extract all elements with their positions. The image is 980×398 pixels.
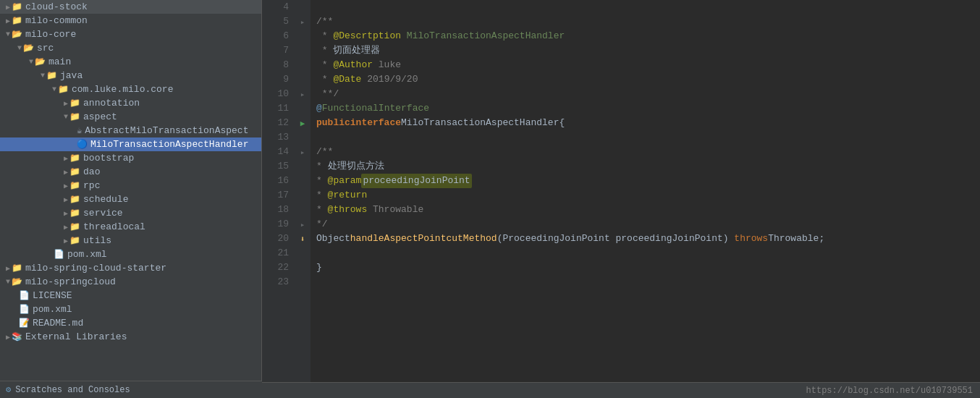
file-tree: ▶ 📁 cloud-stock▶ 📁 milo-common▼ 📂 milo-c… — [0, 0, 262, 398]
tree-item-dao[interactable]: ▶ 📁 dao — [0, 165, 261, 179]
tree-label: annotation — [83, 98, 140, 109]
tree-file-icon: 📂 — [12, 29, 22, 40]
tree-item-milo-springcloud[interactable]: ▼ 📂 milo-springcloud — [0, 275, 261, 289]
tree-item-bootstrap[interactable]: ▶ 📁 bootstrap — [0, 151, 261, 165]
fold-icon[interactable]: ▸ — [300, 90, 305, 99]
tree-arrow: ▶ — [64, 182, 68, 190]
tree-arrow: ▶ — [64, 168, 68, 177]
tree-arrow: ▶ — [64, 209, 68, 218]
tree-item-src[interactable]: ▼ 📂 src — [0, 41, 261, 55]
tree-label: pom.xml — [33, 304, 72, 315]
scratches-consoles[interactable]: ⚙Scratches and Consoles — [0, 381, 262, 398]
code-line — [316, 130, 974, 145]
gutter-cell: ⬇ — [295, 232, 311, 246]
bookmark-icon[interactable]: ⬇ — [300, 234, 305, 244]
gutter-cell — [295, 188, 311, 203]
tree-item-LICENSE[interactable]: 📄 LICENSE — [0, 289, 261, 302]
gutter-cell — [295, 29, 311, 43]
code-line: * @Date 2019/9/20 — [316, 72, 974, 87]
gutter-cell: ▸ — [295, 14, 311, 29]
tree-file-icon: 📁 — [69, 194, 80, 205]
fold-icon[interactable]: ▸ — [300, 17, 305, 27]
tree-label: milo-springcloud — [25, 276, 116, 287]
tree-item-rpc[interactable]: ▶ 📁 rpc — [0, 179, 261, 192]
tree-item-README.md[interactable]: 📝 README.md — [0, 316, 261, 330]
code-line: @FunctionalInterface — [316, 101, 974, 116]
code-line: * 处理切点方法 — [316, 159, 974, 174]
gutter-cell: ▸ — [295, 145, 311, 159]
tree-file-icon: 📄 — [19, 290, 30, 301]
tree-file-icon: 📁 — [69, 153, 80, 164]
tree-arrow: ▼ — [41, 72, 45, 80]
gutter-cell — [295, 0, 311, 14]
tree-arrow: ▶ — [6, 264, 10, 273]
gutter-cell — [295, 159, 311, 174]
code-line: public interface MiloTransactionAspectHa… — [316, 116, 974, 130]
tree-label: utils — [83, 235, 111, 246]
tree-file-icon: 📁 — [69, 235, 80, 246]
tree-file-icon: 📁 — [12, 1, 22, 12]
tree-label: LICENSE — [33, 290, 72, 301]
tree-item-service[interactable]: ▶ 📁 service — [0, 206, 261, 220]
fold-icon[interactable]: ▸ — [300, 148, 305, 157]
tree-item-milo-spring-cloud-starter[interactable]: ▶ 📁 milo-spring-cloud-starter — [0, 261, 261, 275]
tree-item-pom.xml2[interactable]: 📄 pom.xml — [0, 302, 261, 316]
line-number: 10 — [268, 87, 289, 101]
scratches-label: Scratches and Consoles — [15, 385, 130, 395]
code-line: * @Author luke — [316, 58, 974, 72]
tree-item-schedule[interactable]: ▶ 📁 schedule — [0, 192, 261, 206]
tree-file-icon: 📄 — [19, 304, 30, 315]
tree-item-com.luke.milo.core[interactable]: ▼ 📁 com.luke.milo.core — [0, 82, 261, 96]
tree-item-aspect[interactable]: ▼ 📁 aspect — [0, 110, 261, 124]
line-number: 8 — [268, 58, 289, 72]
tree-label: milo-core — [25, 29, 76, 40]
tree-item-main[interactable]: ▼ 📂 main — [0, 55, 261, 69]
gutter-cell — [295, 101, 311, 116]
tree-label: bootstrap — [83, 153, 134, 164]
line-number: 22 — [268, 261, 289, 275]
line-number: 9 — [268, 72, 289, 87]
code-line: Object handleAspectPointcutMethod(Procee… — [316, 232, 974, 246]
line-number: 14 — [268, 145, 289, 159]
tree-arrow: ▶ — [6, 3, 10, 12]
tree-item-utils[interactable]: ▶ 📁 utils — [0, 234, 261, 247]
line-number: 23 — [268, 275, 289, 289]
gutter-cell — [295, 261, 311, 275]
tree-arrow: ▼ — [64, 113, 68, 121]
scratches-icon: ⚙ — [6, 384, 11, 395]
status-bar: https://blog.csdn.net/u010739551 — [262, 382, 980, 398]
line-number: 7 — [268, 43, 289, 58]
tree-file-icon: 📁 — [58, 84, 69, 95]
tree-arrow: ▶ — [64, 99, 68, 108]
tree-item-cloud-stock[interactable]: ▶ 📁 cloud-stock — [0, 0, 261, 14]
tree-item-AbstractMiloTransactionAspect[interactable]: ☕ AbstractMiloTransactionAspect — [0, 124, 261, 137]
line-number: 15 — [268, 159, 289, 174]
fold-icon[interactable]: ▸ — [300, 220, 305, 229]
tree-item-annotation[interactable]: ▶ 📁 annotation — [0, 96, 261, 110]
tree-item-External Libraries[interactable]: ▶ 📚 External Libraries — [0, 330, 261, 344]
tree-label: External Libraries — [25, 331, 127, 342]
tree-item-threadlocal[interactable]: ▶ 📁 threadlocal — [0, 220, 261, 234]
tree-item-milo-common[interactable]: ▶ 📁 milo-common — [0, 14, 261, 27]
tree-label: java — [60, 70, 83, 81]
tree-arrow: ▶ — [64, 237, 68, 245]
tree-arrow: ▼ — [6, 30, 10, 38]
run-icon[interactable]: ▶ — [300, 119, 305, 128]
line-numbers: 4567891011121314151617181920212223 — [262, 0, 295, 382]
tree-file-icon: 📁 — [69, 111, 80, 122]
tree-item-pom.xml[interactable]: 📄 pom.xml — [0, 247, 261, 261]
line-number: 12 — [268, 116, 289, 130]
gutter-cell — [295, 58, 311, 72]
code-line: /** — [316, 14, 974, 29]
tree-file-icon: 📝 — [19, 318, 30, 329]
line-number: 19 — [268, 217, 289, 232]
gutter-cell: ▶ — [295, 116, 311, 130]
line-number: 17 — [268, 188, 289, 203]
tree-file-icon: 📁 — [69, 208, 80, 219]
line-number: 18 — [268, 203, 289, 217]
tree-item-java[interactable]: ▼ 📁 java — [0, 69, 261, 82]
code-content[interactable]: /** * @Descrtption MiloTransactionAspect… — [311, 0, 980, 382]
tree-item-milo-core[interactable]: ▼ 📂 milo-core — [0, 27, 261, 41]
tree-item-MiloTransactionAspectHandler[interactable]: 🔵 MiloTransactionAspectHandler — [0, 137, 261, 151]
gutter-cell — [295, 275, 311, 289]
